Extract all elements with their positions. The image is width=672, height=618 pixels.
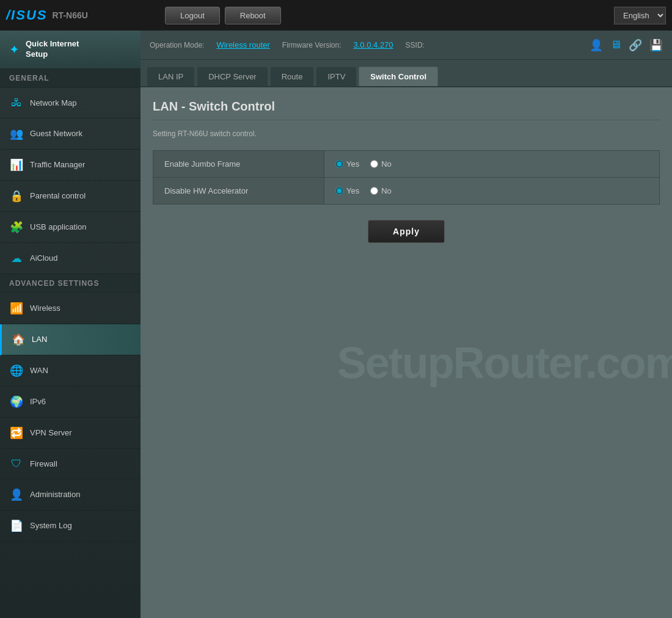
jumbo-frame-row: Enable Jumbo Frame Yes No (153, 151, 659, 178)
jumbo-frame-yes-text: Yes (346, 159, 359, 169)
sidebar-label-aicloud: AiCloud (30, 253, 58, 263)
jumbo-frame-no-text: No (381, 159, 392, 169)
tab-lan-ip[interactable]: LAN IP (147, 67, 195, 86)
sidebar-label-vpn-server: VPN Server (30, 428, 72, 437)
page-title: LAN - Switch Control (153, 100, 660, 120)
vpn-server-icon: 🔁 (9, 426, 24, 440)
hw-accelerator-no-text: No (381, 186, 392, 195)
hw-accelerator-label: Disable HW Accelerator (153, 178, 324, 204)
quick-internet-setup[interactable]: ✦ Quick InternetSetup (0, 31, 141, 69)
sidebar-label-lan: LAN (32, 335, 47, 344)
sidebar-item-network-map[interactable]: 🖧 Network Map (0, 88, 141, 118)
user-icon[interactable]: 👤 (590, 38, 603, 52)
hw-accelerator-radio-group: Yes No (335, 186, 392, 195)
sidebar: ✦ Quick InternetSetup General 🖧 Network … (0, 31, 141, 618)
network-icon[interactable]: 🔗 (629, 38, 642, 52)
top-bar: /ISUS RT-N66U Logout Reboot English (0, 0, 672, 31)
firmware-value[interactable]: 3.0.0.4.270 (354, 40, 393, 49)
apply-button[interactable]: Apply (368, 220, 445, 243)
tab-dhcp-server[interactable]: DHCP Server (197, 67, 268, 86)
sidebar-label-guest-network: Guest Network (30, 129, 82, 138)
sidebar-label-firewall: Firewall (30, 459, 57, 468)
jumbo-frame-no-radio[interactable] (370, 160, 378, 168)
operation-mode-value[interactable]: Wireless router (216, 40, 269, 49)
settings-table: Enable Jumbo Frame Yes No (153, 150, 660, 205)
sidebar-label-ipv6: IPv6 (30, 397, 46, 406)
info-bar: Operation Mode: Wireless router Firmware… (141, 31, 672, 60)
info-icons: 👤 🖥 🔗 💾 (590, 38, 663, 52)
top-buttons: Logout Reboot (147, 7, 614, 24)
sidebar-item-ipv6[interactable]: 🌍 IPv6 (0, 387, 141, 418)
traffic-manager-icon: 📊 (9, 158, 24, 172)
sidebar-label-system-log: System Log (30, 521, 72, 530)
jumbo-frame-value: Yes No (324, 151, 659, 177)
jumbo-frame-no-label[interactable]: No (370, 159, 392, 169)
sidebar-label-wireless: Wireless (30, 304, 60, 313)
jumbo-frame-yes-radio[interactable] (335, 160, 343, 168)
sidebar-item-wireless[interactable]: 📶 Wireless (0, 293, 141, 324)
advanced-section-header: Advanced Settings (0, 274, 141, 293)
sidebar-item-aicloud[interactable]: ☁ AiCloud (0, 243, 141, 274)
system-log-icon: 📄 (9, 519, 24, 533)
monitor-icon[interactable]: 🖥 (610, 38, 621, 51)
lan-icon: 🏠 (11, 333, 26, 346)
quick-internet-icon: ✦ (9, 42, 20, 57)
page-description: Setting RT-N66U switch control. (153, 129, 660, 138)
firmware-label: Firmware Version: (282, 41, 341, 49)
firewall-icon: 🛡 (9, 457, 24, 470)
sidebar-item-administration[interactable]: 👤 Administration (0, 479, 141, 511)
logout-button[interactable]: Logout (165, 7, 220, 24)
language-select[interactable]: English (614, 7, 666, 24)
wan-icon: 🌐 (9, 364, 24, 377)
sidebar-item-lan[interactable]: 🏠 LAN (0, 324, 141, 355)
page-content: SetupRouter.com LAN - Switch Control Set… (141, 87, 672, 618)
quick-internet-label: Quick InternetSetup (26, 39, 79, 60)
operation-mode-label: Operation Mode: (150, 41, 204, 49)
sidebar-item-firewall[interactable]: 🛡 Firewall (0, 449, 141, 479)
logo-model: RT-N66U (52, 10, 87, 20)
aicloud-icon: ☁ (9, 252, 24, 265)
sidebar-item-traffic-manager[interactable]: 📊 Traffic Manager (0, 150, 141, 181)
ipv6-icon: 🌍 (9, 395, 24, 409)
jumbo-frame-label: Enable Jumbo Frame (153, 151, 324, 177)
hw-accelerator-no-radio[interactable] (370, 187, 378, 195)
tab-route[interactable]: Route (270, 67, 315, 86)
logo-asus: /ISUS (6, 7, 47, 23)
jumbo-frame-radio-group: Yes No (335, 159, 392, 169)
network-map-icon: 🖧 (9, 96, 24, 109)
tab-bar: LAN IP DHCP Server Route IPTV Switch Con… (141, 60, 672, 87)
save-icon[interactable]: 💾 (649, 38, 663, 52)
administration-icon: 👤 (9, 488, 24, 501)
sidebar-label-usb-application: USB application (30, 222, 87, 231)
hw-accelerator-yes-radio[interactable] (335, 187, 343, 195)
jumbo-frame-yes-label[interactable]: Yes (335, 159, 359, 169)
hw-accelerator-value: Yes No (324, 178, 659, 204)
tab-iptv[interactable]: IPTV (316, 67, 357, 86)
language-area: English (614, 7, 666, 24)
sidebar-item-wan[interactable]: 🌐 WAN (0, 355, 141, 387)
hw-accelerator-yes-label[interactable]: Yes (335, 186, 359, 195)
sidebar-item-usb-application[interactable]: 🧩 USB application (0, 212, 141, 243)
hw-accelerator-no-label[interactable]: No (370, 186, 392, 195)
tab-switch-control[interactable]: Switch Control (359, 67, 438, 86)
apply-section: Apply (153, 220, 660, 243)
guest-network-icon: 👥 (9, 127, 24, 140)
parental-control-icon: 🔒 (9, 189, 24, 203)
sidebar-item-vpn-server[interactable]: 🔁 VPN Server (0, 418, 141, 449)
watermark: SetupRouter.com (337, 338, 672, 388)
hw-accelerator-row: Disable HW Accelerator Yes No (153, 178, 659, 204)
logo-area: /ISUS RT-N66U (6, 7, 147, 23)
sidebar-label-wan: WAN (30, 366, 48, 375)
ssid-label: SSID: (406, 41, 425, 49)
sidebar-label-network-map: Network Map (30, 98, 77, 107)
content-area: Operation Mode: Wireless router Firmware… (141, 31, 672, 618)
sidebar-label-traffic-manager: Traffic Manager (30, 160, 85, 169)
main-layout: ✦ Quick InternetSetup General 🖧 Network … (0, 31, 672, 618)
sidebar-label-administration: Administration (30, 490, 80, 499)
reboot-button[interactable]: Reboot (225, 7, 281, 24)
general-section-header: General (0, 69, 141, 88)
sidebar-item-system-log[interactable]: 📄 System Log (0, 511, 141, 542)
sidebar-item-parental-control[interactable]: 🔒 Parental control (0, 181, 141, 212)
sidebar-label-parental-control: Parental control (30, 191, 86, 200)
sidebar-item-guest-network[interactable]: 👥 Guest Network (0, 118, 141, 150)
